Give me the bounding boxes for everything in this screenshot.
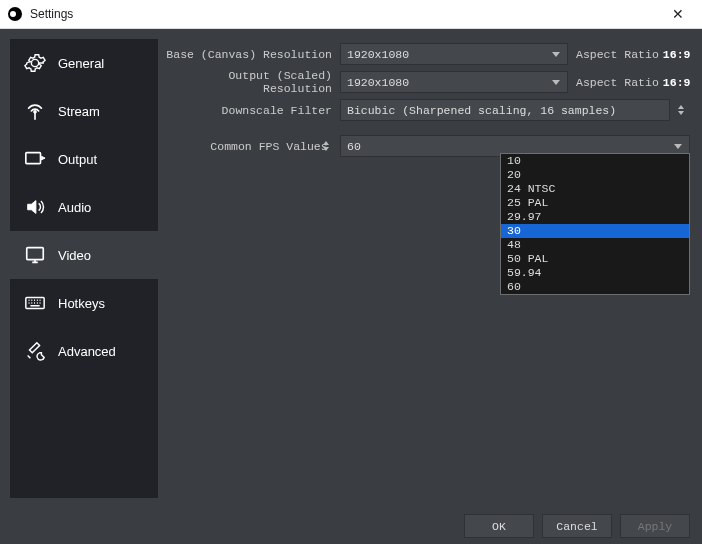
svg-rect-2 xyxy=(27,248,44,260)
aspect-value: 16:9 xyxy=(663,76,691,89)
apply-button[interactable]: Apply xyxy=(620,514,690,538)
row-base-resolution: Base (Canvas) Resolution 1920x1080 Aspec… xyxy=(164,41,690,67)
row-downscale-filter: Downscale Filter Bicubic (Sharpened scal… xyxy=(164,97,690,123)
row-output-resolution: Output (Scaled) Resolution 1920x1080 Asp… xyxy=(164,69,690,95)
sidebar-item-label: Hotkeys xyxy=(58,296,105,311)
fps-mode-label: Common FPS Values xyxy=(210,140,327,153)
fps-option[interactable]: 48 xyxy=(501,238,689,252)
keyboard-icon xyxy=(24,292,46,314)
fps-option[interactable]: 24 NTSC xyxy=(501,182,689,196)
aspect-label: Aspect Ratio xyxy=(576,48,659,61)
sidebar-item-advanced[interactable]: Advanced xyxy=(10,327,158,375)
chevron-up-icon xyxy=(323,141,329,145)
fps-option[interactable]: 10 xyxy=(501,154,689,168)
settings-window: Settings ✕ General Stream Output xyxy=(0,0,702,544)
base-aspect: Aspect Ratio 16:9 xyxy=(568,48,690,61)
speaker-icon xyxy=(24,196,46,218)
chevron-up-icon xyxy=(678,105,684,109)
chevron-down-icon xyxy=(678,111,684,115)
chevron-down-icon xyxy=(549,74,563,90)
app-icon xyxy=(8,7,22,21)
sidebar-item-label: Output xyxy=(58,152,97,167)
fps-option[interactable]: 25 PAL xyxy=(501,196,689,210)
fps-option[interactable]: 30 xyxy=(501,224,689,238)
antenna-icon xyxy=(24,100,46,122)
filter-label: Downscale Filter xyxy=(164,104,340,117)
svg-point-0 xyxy=(34,111,37,114)
chevron-down-icon xyxy=(549,46,563,62)
base-resolution-label: Base (Canvas) Resolution xyxy=(164,48,340,61)
chevron-down-icon xyxy=(323,147,329,151)
output-resolution-combo[interactable]: 1920x1080 xyxy=(340,71,568,93)
fps-mode-spinbox[interactable]: Common FPS Values xyxy=(204,135,334,157)
main-panel: Base (Canvas) Resolution 1920x1080 Aspec… xyxy=(158,29,702,508)
sidebar-item-video[interactable]: Video xyxy=(10,231,158,279)
sidebar-item-label: Audio xyxy=(58,200,91,215)
ok-button[interactable]: OK xyxy=(464,514,534,538)
sidebar-item-output[interactable]: Output xyxy=(10,135,158,183)
filter-combo[interactable]: Bicubic (Sharpened scaling, 16 samples) xyxy=(340,99,670,121)
base-resolution-combo[interactable]: 1920x1080 xyxy=(340,43,568,65)
filter-spin-buttons[interactable] xyxy=(672,99,690,121)
titlebar: Settings ✕ xyxy=(0,0,702,29)
cancel-button[interactable]: Cancel xyxy=(542,514,612,538)
sidebar-item-general[interactable]: General xyxy=(10,39,158,87)
fps-option[interactable]: 20 xyxy=(501,168,689,182)
svg-rect-1 xyxy=(26,153,41,164)
tools-icon xyxy=(24,340,46,362)
aspect-label: Aspect Ratio xyxy=(576,76,659,89)
sidebar-item-audio[interactable]: Audio xyxy=(10,183,158,231)
output-aspect: Aspect Ratio 16:9 xyxy=(568,76,690,89)
filter-value: Bicubic (Sharpened scaling, 16 samples) xyxy=(347,104,616,117)
window-body: General Stream Output Audio xyxy=(0,29,702,508)
chevron-down-icon xyxy=(671,138,685,154)
fps-dropdown[interactable]: 102024 NTSC25 PAL29.97304850 PAL59.9460 xyxy=(500,153,690,295)
fps-value: 60 xyxy=(347,140,361,153)
sidebar: General Stream Output Audio xyxy=(10,39,158,498)
fps-option[interactable]: 60 xyxy=(501,280,689,294)
footer: OK Cancel Apply xyxy=(0,508,702,544)
output-resolution-value: 1920x1080 xyxy=(347,76,409,89)
sidebar-item-label: Stream xyxy=(58,104,100,119)
sidebar-item-label: Video xyxy=(58,248,91,263)
output-resolution-label: Output (Scaled) Resolution xyxy=(164,69,340,95)
base-resolution-value: 1920x1080 xyxy=(347,48,409,61)
sidebar-item-hotkeys[interactable]: Hotkeys xyxy=(10,279,158,327)
sidebar-item-label: General xyxy=(58,56,104,71)
output-icon xyxy=(24,148,46,170)
fps-option[interactable]: 59.94 xyxy=(501,266,689,280)
aspect-value: 16:9 xyxy=(663,48,691,61)
gear-icon xyxy=(24,52,46,74)
window-title: Settings xyxy=(30,7,662,21)
sidebar-item-stream[interactable]: Stream xyxy=(10,87,158,135)
sidebar-item-label: Advanced xyxy=(58,344,116,359)
monitor-icon xyxy=(24,244,46,266)
close-button[interactable]: ✕ xyxy=(662,6,694,22)
fps-option[interactable]: 50 PAL xyxy=(501,252,689,266)
spin-buttons xyxy=(320,136,332,156)
fps-option[interactable]: 29.97 xyxy=(501,210,689,224)
